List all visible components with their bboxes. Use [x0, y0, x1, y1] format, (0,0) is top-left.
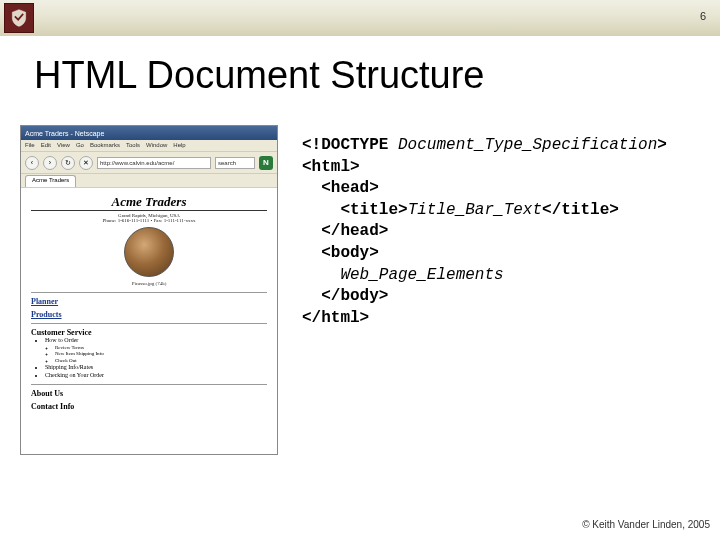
list-item: How to Order Review Terms New Item Shipp… [45, 337, 267, 364]
stop-icon: ✕ [79, 156, 93, 170]
header-bar: 6 [0, 0, 720, 36]
menu-bookmarks: Bookmarks [90, 142, 120, 149]
netscape-icon: N [259, 156, 273, 170]
menu-view: View [57, 142, 70, 149]
menu-window: Window [146, 142, 167, 149]
menu-go: Go [76, 142, 84, 149]
page-heading: Acme Traders [31, 194, 267, 211]
browser-menubar: File Edit View Go Bookmarks Tools Window… [21, 140, 277, 152]
slide-title: HTML Document Structure [34, 54, 720, 97]
divider [31, 384, 267, 385]
image-caption: Picasso.jpg (74k) [31, 281, 267, 286]
divider [31, 292, 267, 293]
code-text: </html> [302, 309, 369, 327]
menu-tools: Tools [126, 142, 140, 149]
code-text: Title_Bar_Text [408, 201, 542, 219]
divider [31, 323, 267, 324]
menu-help: Help [173, 142, 185, 149]
planner-link: Planner [31, 297, 267, 306]
list-item: Shipping Info/Rates [45, 364, 267, 372]
about-heading: About Us [31, 389, 267, 398]
code-text: Document_Type_Specification [398, 136, 657, 154]
browser-titlebar: Acme Traders - Netscape [21, 126, 277, 140]
code-text: > [657, 136, 667, 154]
content-area: Acme Traders - Netscape File Edit View G… [0, 125, 720, 455]
copyright: © Keith Vander Linden, 2005 [582, 519, 710, 530]
shield-icon [9, 8, 29, 28]
page-number: 6 [700, 10, 706, 22]
code-example: <!DOCTYPE Document_Type_Specification> <… [302, 135, 667, 455]
list-item: Checking on Your Order [45, 372, 267, 380]
page-contact-line: Phone: 1-616-111-1111 • Fax: 1-111-111-x… [31, 218, 267, 223]
products-link: Products [31, 310, 267, 319]
code-text: </title> [542, 201, 619, 219]
browser-tabbar: Acme Traders [21, 174, 277, 188]
browser-toolbar: ‹ › ↻ ✕ http://www.calvin.edu/acme/ sear… [21, 152, 277, 174]
rendered-page: Acme Traders Grand Rapids, Michigan, USA… [21, 188, 277, 454]
institution-logo [4, 3, 34, 33]
customer-service-heading: Customer Service [31, 328, 267, 337]
code-text: <html> [302, 158, 360, 176]
code-text: <title> [302, 201, 408, 219]
forward-icon: › [43, 156, 57, 170]
back-icon: ‹ [25, 156, 39, 170]
code-text: <body> [302, 244, 379, 262]
contact-heading: Contact Info [31, 402, 267, 411]
menu-edit: Edit [41, 142, 51, 149]
browser-tab: Acme Traders [25, 175, 76, 187]
code-text: <head> [302, 179, 379, 197]
search-box: search [215, 157, 255, 169]
browser-screenshot: Acme Traders - Netscape File Edit View G… [20, 125, 278, 455]
code-text: </body> [302, 287, 388, 305]
url-bar: http://www.calvin.edu/acme/ [97, 157, 211, 169]
code-text: </head> [302, 222, 388, 240]
menu-file: File [25, 142, 35, 149]
reload-icon: ↻ [61, 156, 75, 170]
code-text: <!DOCTYPE [302, 136, 398, 154]
code-text: Web_Page_Elements [302, 266, 504, 284]
page-painting-image [124, 227, 174, 277]
